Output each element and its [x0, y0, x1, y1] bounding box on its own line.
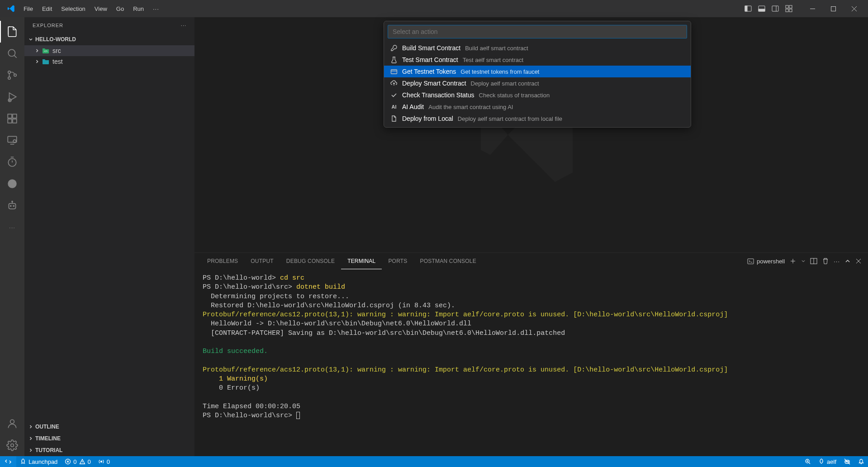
activity-more-icon[interactable]: ···: [0, 216, 24, 238]
command-deploy-from-local[interactable]: Deploy from Local Deploy aelf smart cont…: [384, 113, 691, 124]
rocket-icon: [20, 458, 26, 465]
rocket-icon: [818, 458, 825, 465]
layout-sidebar-right-icon[interactable]: [769, 3, 781, 14]
workspace-header[interactable]: HELLO-WORLD: [24, 33, 194, 45]
svg-rect-7: [789, 5, 792, 8]
tab-postman-console[interactable]: POSTMAN CONSOLE: [414, 253, 483, 269]
menu-edit[interactable]: Edit: [38, 0, 57, 17]
chevron-right-icon: [28, 436, 33, 441]
maximize-button[interactable]: [823, 0, 844, 17]
timeline-section[interactable]: TIMELINE: [24, 433, 194, 444]
svg-rect-25: [8, 136, 17, 142]
tree-label: test: [52, 58, 63, 65]
check-icon: [390, 91, 398, 99]
sidebar-title: EXPLORER ···: [24, 17, 194, 33]
status-launchpad[interactable]: Launchpad: [16, 456, 61, 467]
terminal-more-icon[interactable]: ···: [834, 258, 840, 265]
menubar: File Edit Selection View Go Run ···: [19, 0, 164, 17]
activity-explorer-icon[interactable]: [0, 21, 24, 43]
svg-point-14: [8, 49, 15, 56]
tab-output[interactable]: OUTPUT: [244, 253, 280, 269]
command-ai-audit[interactable]: AI AI Audit Audit the smart contract usi…: [384, 101, 691, 113]
layout-panel-bottom-icon[interactable]: [756, 3, 768, 14]
command-get-testnet-tokens[interactable]: Get Testnet Tokens Get testnet tokens fr…: [384, 66, 691, 77]
terminal-kill-icon[interactable]: [822, 257, 829, 265]
explorer-more-icon[interactable]: ···: [181, 23, 186, 28]
svg-rect-21: [8, 114, 12, 118]
svg-rect-22: [8, 119, 12, 123]
activity-mask-icon[interactable]: [0, 173, 24, 195]
svg-point-17: [8, 77, 10, 79]
terminal-dropdown-icon[interactable]: [801, 259, 806, 263]
activity-source-control-icon[interactable]: [0, 64, 24, 86]
panel: PROBLEMS OUTPUT DEBUG CONSOLE TERMINAL P…: [194, 253, 868, 456]
svg-point-16: [8, 71, 10, 73]
tutorial-section[interactable]: TUTORIAL: [24, 444, 194, 456]
command-check-transaction-status[interactable]: Check Transaction Status Check status of…: [384, 89, 691, 101]
svg-rect-24: [13, 114, 17, 118]
customize-layout-icon[interactable]: [783, 3, 795, 14]
activity-bar: ···: [0, 17, 24, 456]
tree-item-test[interactable]: test: [24, 56, 194, 67]
menu-run[interactable]: Run: [128, 0, 148, 17]
chevron-down-icon: [28, 37, 33, 42]
remote-indicator-icon[interactable]: [0, 456, 16, 467]
ai-icon: AI: [390, 103, 398, 110]
file-icon: [390, 115, 398, 122]
status-zoom-icon[interactable]: [801, 456, 815, 467]
tab-ports[interactable]: PORTS: [382, 253, 413, 269]
svg-rect-48: [391, 70, 397, 74]
svg-point-33: [10, 205, 11, 206]
svg-rect-23: [13, 119, 17, 123]
panel-close-icon[interactable]: [855, 258, 862, 264]
tab-debug-console[interactable]: DEBUG CONSOLE: [280, 253, 341, 269]
terminal-split-icon[interactable]: [810, 257, 817, 265]
svg-point-18: [14, 74, 16, 76]
command-input[interactable]: [388, 25, 687, 38]
command-build-smart-contract[interactable]: Build Smart Contract Build aelf smart co…: [384, 42, 691, 54]
command-test-smart-contract[interactable]: Test Smart Contract Test aelf smart cont…: [384, 54, 691, 66]
svg-rect-40: [748, 258, 754, 263]
minimize-button[interactable]: [802, 0, 823, 17]
terminal-new-icon[interactable]: [789, 257, 797, 265]
svg-point-36: [12, 201, 13, 202]
svg-point-34: [13, 205, 14, 206]
cloud-upload-icon: [390, 80, 398, 87]
editor-area: PROBLEMS OUTPUT DEBUG CONSOLE TERMINAL P…: [194, 17, 868, 456]
status-problems[interactable]: 0 0: [61, 456, 94, 467]
activity-robot-icon[interactable]: [0, 195, 24, 216]
status-copilot-icon[interactable]: [840, 456, 854, 467]
activity-search-icon[interactable]: [0, 43, 24, 64]
tab-terminal[interactable]: TERMINAL: [341, 253, 382, 269]
panel-maximize-icon[interactable]: [844, 258, 851, 264]
menu-selection[interactable]: Selection: [57, 0, 90, 17]
activity-settings-gear-icon[interactable]: [0, 434, 24, 456]
terminal-output[interactable]: PS D:\hello-world> cd src PS D:\hello-wo…: [194, 269, 868, 456]
menu-more-icon[interactable]: ···: [148, 0, 164, 17]
command-deploy-smart-contract[interactable]: Deploy Smart Contract Deploy aelf smart …: [384, 77, 691, 89]
terminal-shell-label[interactable]: powershell: [747, 258, 785, 265]
layout-sidebar-left-icon[interactable]: [742, 3, 754, 14]
svg-rect-11: [831, 6, 835, 11]
outline-section[interactable]: OUTLINE: [24, 421, 194, 433]
activity-extensions-icon[interactable]: [0, 108, 24, 129]
status-ports[interactable]: 0: [95, 456, 114, 467]
svg-text:</>: </>: [44, 50, 48, 52]
svg-point-31: [8, 179, 17, 188]
activity-accounts-icon[interactable]: [0, 413, 24, 434]
antenna-icon: [98, 458, 104, 465]
close-button[interactable]: [844, 0, 864, 17]
explorer-sidebar: EXPLORER ··· HELLO-WORLD </> src test OU…: [24, 17, 194, 456]
menu-go[interactable]: Go: [112, 0, 128, 17]
activity-run-debug-icon[interactable]: [0, 86, 24, 108]
activity-remote-explorer-icon[interactable]: [0, 129, 24, 151]
tree-item-src[interactable]: </> src: [24, 45, 194, 56]
svg-line-15: [14, 55, 16, 57]
menu-view[interactable]: View: [90, 0, 112, 17]
tab-problems[interactable]: PROBLEMS: [201, 253, 244, 269]
status-aelf[interactable]: aelf: [815, 456, 840, 467]
menu-file[interactable]: File: [19, 0, 38, 17]
activity-timer-icon[interactable]: [0, 151, 24, 173]
terminal-cursor: [296, 412, 300, 419]
status-notifications-icon[interactable]: [854, 456, 868, 467]
